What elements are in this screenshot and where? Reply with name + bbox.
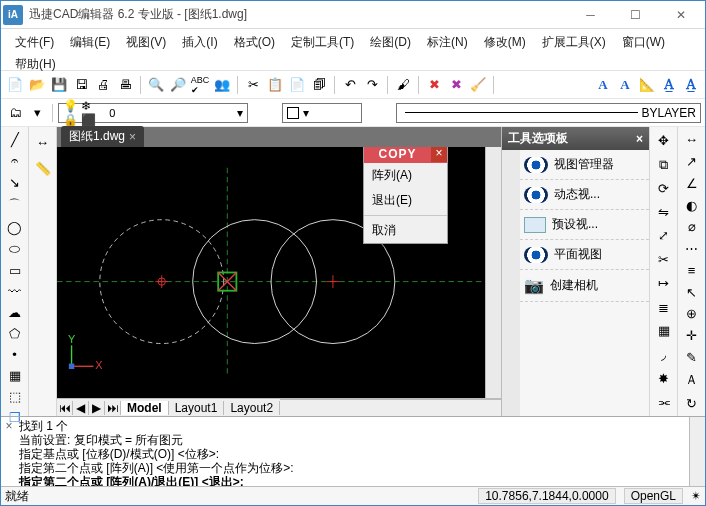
new-icon[interactable]: 📄 [5, 75, 25, 95]
context-menu-close-icon[interactable]: × [431, 147, 447, 162]
tab-layout1[interactable]: Layout1 [169, 401, 225, 415]
tab-model[interactable]: Model [121, 401, 169, 415]
offset-icon[interactable]: ≣ [653, 297, 675, 317]
tab-last-icon[interactable]: ⏭ [105, 401, 121, 415]
menu-modify[interactable]: 修改(M) [476, 31, 534, 53]
dimbaseline-icon[interactable]: ≡ [681, 262, 703, 280]
fillet-icon[interactable]: ◞ [653, 345, 675, 365]
find-icon[interactable]: 🔎 [168, 75, 188, 95]
explode-icon[interactable]: ✸ [653, 369, 675, 389]
spellcheck-icon[interactable]: ABC✔ [190, 75, 210, 95]
dimangular-icon[interactable]: ∠ [681, 175, 703, 193]
dimstyle-icon[interactable]: 📐 [637, 75, 657, 95]
spline-icon[interactable]: 〰 [4, 283, 26, 300]
color-combo[interactable]: ▾ [282, 103, 362, 123]
mirror-icon[interactable]: ⇋ [653, 202, 675, 222]
dimradius-icon[interactable]: ◐ [681, 196, 703, 214]
print-icon[interactable]: 🖨 [93, 75, 113, 95]
palette-item-camera[interactable]: 📷创建相机 [520, 270, 649, 302]
ctx-item-exit[interactable]: 退出(E) [364, 188, 447, 213]
paste-icon[interactable]: 📄 [287, 75, 307, 95]
brush-icon[interactable]: 🖌 [393, 75, 413, 95]
leader-icon[interactable]: ↖ [681, 283, 703, 301]
rotate-icon[interactable]: ⟳ [653, 179, 675, 199]
menu-draw[interactable]: 绘图(D) [362, 31, 419, 53]
plot-icon[interactable]: 🖶 [115, 75, 135, 95]
preview-icon[interactable]: 🔍 [146, 75, 166, 95]
scale-icon[interactable]: ⤢ [653, 226, 675, 246]
save-icon[interactable]: 💾 [49, 75, 69, 95]
menu-edit[interactable]: 编辑(E) [62, 31, 118, 53]
palette-item-preset[interactable]: 预设视... [520, 210, 649, 240]
tab-prev-icon[interactable]: ◀ [73, 401, 89, 415]
redo-icon[interactable]: ↷ [362, 75, 382, 95]
erase-red-icon[interactable]: ✖ [424, 75, 444, 95]
menu-window[interactable]: 窗口(W) [614, 31, 673, 53]
palette-close-icon[interactable]: × [636, 132, 643, 146]
ctx-item-cancel[interactable]: 取消 [364, 218, 447, 243]
revcloud-icon[interactable]: ☁ [4, 304, 26, 321]
palette-item-planview[interactable]: 平面视图 [520, 240, 649, 270]
menu-view[interactable]: 视图(V) [118, 31, 174, 53]
textstyle-a4-icon[interactable]: A̲ [681, 75, 701, 95]
dimtext-icon[interactable]: Ａ [681, 370, 703, 390]
menu-file[interactable]: 文件(F) [7, 31, 62, 53]
linetype-combo[interactable]: BYLAYER [396, 103, 701, 123]
menu-tools[interactable]: 定制工具(T) [283, 31, 362, 53]
tab-first-icon[interactable]: ⏮ [57, 401, 73, 415]
palette-item-viewmgr[interactable]: 视图管理器 [520, 150, 649, 180]
hatch-icon[interactable]: ▦ [4, 367, 26, 384]
line-icon[interactable]: ╱ [4, 131, 26, 148]
document-tab[interactable]: 图纸1.dwg × [61, 126, 144, 147]
status-compass-icon[interactable]: ✴ [691, 489, 701, 503]
ellipse-icon[interactable]: ⬭ [4, 240, 26, 258]
ctx-item-array[interactable]: 阵列(A) [364, 163, 447, 188]
arc-icon[interactable]: ⌒ [4, 195, 26, 215]
menu-ext[interactable]: 扩展工具(X) [534, 31, 614, 53]
dimedit-icon[interactable]: ✎ [681, 349, 703, 367]
maximize-button[interactable]: ☐ [613, 2, 658, 28]
tab-layout2[interactable]: Layout2 [224, 401, 280, 415]
menu-dim[interactable]: 标注(N) [419, 31, 476, 53]
chevron-down-icon[interactable]: ▾ [237, 106, 243, 120]
vertical-scrollbar[interactable] [485, 147, 501, 398]
saveas-icon[interactable]: 🖫 [71, 75, 91, 95]
undo-icon[interactable]: ↶ [340, 75, 360, 95]
textstyle-a-icon[interactable]: A [593, 75, 613, 95]
tool-b-icon[interactable]: 📏 [32, 157, 54, 179]
command-close-icon[interactable]: × [1, 417, 17, 486]
xline-icon[interactable]: ↘ [4, 174, 26, 191]
erase-purple-icon[interactable]: ✖ [446, 75, 466, 95]
cut-icon[interactable]: ✂ [243, 75, 263, 95]
tab-next-icon[interactable]: ▶ [89, 401, 105, 415]
polygon-icon[interactable]: ⬠ [4, 325, 26, 342]
dimupdate-icon[interactable]: ↻ [681, 394, 703, 412]
purge-icon[interactable]: 🧹 [468, 75, 488, 95]
layer-manager-icon[interactable]: 🗂 [5, 103, 25, 123]
move-icon[interactable]: ✥ [653, 131, 675, 151]
palette-item-dynview[interactable]: 动态视... [520, 180, 649, 210]
menu-format[interactable]: 格式(O) [226, 31, 283, 53]
layer-name[interactable] [109, 107, 237, 119]
audit-icon[interactable]: 👥 [212, 75, 232, 95]
dimcontinue-icon[interactable]: ⋯ [681, 240, 703, 258]
circle-icon[interactable]: ◯ [4, 219, 26, 236]
trim-icon[interactable]: ✂ [653, 250, 675, 270]
copyobj-icon[interactable]: ⧉ [653, 155, 675, 175]
textstyle-a2-icon[interactable]: A [615, 75, 635, 95]
centermark-icon[interactable]: ✛ [681, 327, 703, 345]
block-icon[interactable]: ⬚ [4, 388, 26, 405]
dimlinear-icon[interactable]: ↔ [681, 131, 703, 149]
copy-icon[interactable]: 📋 [265, 75, 285, 95]
textstyle-a3-icon[interactable]: A̲ [659, 75, 679, 95]
minimize-button[interactable]: ─ [568, 2, 613, 28]
layer-combo[interactable]: 💡 ❄ 🔒 ⬛ ▾ [58, 103, 248, 123]
canvas[interactable]: Y X COPY × 阵列(A) 退出(E) 取消 [57, 147, 485, 398]
chevron-down-icon[interactable]: ▾ [303, 106, 309, 120]
layer-drop-icon[interactable]: ▾ [27, 103, 47, 123]
join-icon[interactable]: ⫘ [653, 392, 675, 412]
match-icon[interactable]: 🗐 [309, 75, 329, 95]
dimaligned-icon[interactable]: ↗ [681, 153, 703, 171]
rectangle-icon[interactable]: ▭ [4, 262, 26, 279]
point-icon[interactable]: • [4, 346, 26, 363]
